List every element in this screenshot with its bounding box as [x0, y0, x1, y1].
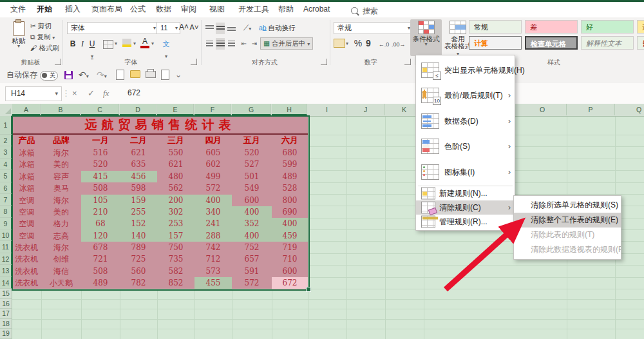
- table-cell-r7c3[interactable]: 105: [81, 195, 120, 206]
- table-cell-r3c5[interactable]: 550: [157, 147, 194, 159]
- enter-icon[interactable]: ✓: [88, 86, 95, 100]
- table-cell-r13c5[interactable]: 582: [157, 266, 194, 277]
- percent-style-button[interactable]: %: [353, 37, 363, 49]
- column-header-P[interactable]: P: [567, 104, 615, 115]
- table-cell-r10c8[interactable]: 459: [272, 230, 308, 242]
- column-header-O[interactable]: O: [518, 104, 567, 115]
- align-top-button[interactable]: [205, 23, 214, 34]
- font-dialog-launcher[interactable]: [191, 59, 197, 65]
- table-cell-r8c1[interactable]: 空调: [12, 206, 41, 218]
- accounting-format-button[interactable]: [334, 39, 345, 48]
- table-cell-r9c5[interactable]: 253: [157, 218, 194, 229]
- align-middle-button[interactable]: [216, 23, 225, 34]
- ribbon-tab-10[interactable]: 帮助: [277, 2, 295, 17]
- table-cell-r12c3[interactable]: 721: [81, 253, 120, 265]
- table-cell-r10c2[interactable]: 志高: [41, 230, 81, 242]
- table-cell-r3c2[interactable]: 海尔: [41, 147, 81, 159]
- row-header-5[interactable]: 5: [0, 170, 12, 182]
- table-cell-r13c3[interactable]: 508: [81, 266, 120, 277]
- table-cell-r14c1[interactable]: 洗衣机: [12, 277, 41, 289]
- table-cell-r12c6[interactable]: 712: [194, 253, 232, 265]
- row-header-9[interactable]: 9: [0, 218, 12, 229]
- table-cell-r3c6[interactable]: 605: [194, 147, 232, 159]
- menu-item-2[interactable]: 10最前/最后规则(T)›: [416, 83, 515, 109]
- align-right-button[interactable]: [227, 38, 236, 50]
- autosave-toggle[interactable]: 关: [40, 71, 58, 81]
- accounting-dropdown[interactable]: ▾: [346, 42, 348, 46]
- row-header-4[interactable]: 4: [0, 159, 12, 170]
- row-header-6[interactable]: 6: [0, 182, 12, 194]
- bold-button[interactable]: B: [68, 38, 77, 50]
- align-left-button[interactable]: [205, 38, 214, 50]
- table-cell-r11c1[interactable]: 洗衣机: [12, 242, 41, 253]
- cancel-icon[interactable]: ×: [72, 86, 77, 100]
- table-cell-r10c4[interactable]: 140: [120, 230, 157, 242]
- fill-color-dropdown[interactable]: ▾: [133, 42, 136, 46]
- row-header-10[interactable]: 10: [0, 229, 12, 241]
- column-header-H[interactable]: H: [272, 104, 307, 115]
- table-cell-r8c6[interactable]: 340: [194, 206, 232, 218]
- decrease-decimal-button[interactable]: .00→: [392, 39, 404, 50]
- cell-style-warning[interactable]: 警告文本: [637, 36, 644, 50]
- table-cell-r9c4[interactable]: 152: [120, 218, 157, 229]
- format-painter-button[interactable]: 🖌 格式刷: [30, 43, 59, 53]
- insert-function-icon[interactable]: fx: [103, 86, 109, 100]
- table-cell-r7c4[interactable]: 159: [120, 195, 157, 206]
- table-cell-r5c1[interactable]: 冰箱: [12, 171, 41, 182]
- menu-item-4[interactable]: 色阶(S)›: [416, 134, 515, 160]
- menu-item-5[interactable]: 图标集(I)›: [416, 159, 515, 185]
- undo-button[interactable]: ↶▾: [79, 69, 89, 81]
- fill-color-button[interactable]: [122, 39, 131, 47]
- menu-item-1[interactable]: ≤突出显示单元格规则(H)›: [416, 57, 515, 83]
- table-cell-r4c2[interactable]: 美的: [41, 159, 81, 170]
- table-cell-r9c6[interactable]: 241: [194, 218, 232, 229]
- column-header-E[interactable]: E: [157, 104, 194, 115]
- cell-style-explain[interactable]: 解释性文本: [581, 36, 634, 50]
- table-cell-r10c6[interactable]: 288: [194, 230, 232, 242]
- sales-table[interactable]: 远航贸易销售统计表 产品品牌一月二月三月四月五月六月冰箱海尔5166215506…: [12, 116, 308, 289]
- column-header-B[interactable]: B: [41, 104, 80, 115]
- merge-center-button[interactable]: ▦ 合并后居中 ▾: [260, 37, 313, 50]
- shrink-font-button[interactable]: A˅: [189, 21, 199, 33]
- table-cell-r3c1[interactable]: 冰箱: [12, 147, 41, 159]
- comma-style-button[interactable]: 9: [365, 37, 372, 49]
- increase-indent-button[interactable]: ⇥: [250, 38, 259, 50]
- table-cell-r6c8[interactable]: 528: [272, 182, 308, 194]
- table-cell-r3c8[interactable]: 680: [272, 147, 308, 159]
- table-cell-r13c7[interactable]: 591: [232, 266, 272, 277]
- open-file-button[interactable]: [130, 68, 140, 80]
- wrap-text-button[interactable]: ab̲ 自动换行: [259, 23, 296, 33]
- row-header-11[interactable]: 11: [0, 241, 12, 253]
- table-cell-r10c7[interactable]: 400: [232, 230, 272, 242]
- column-header-G[interactable]: G: [232, 104, 271, 115]
- table-cell-r10c1[interactable]: 空调: [12, 230, 41, 242]
- table-cell-r8c7[interactable]: 400: [232, 206, 272, 218]
- ribbon-tab-4[interactable]: 页面布局: [90, 2, 124, 17]
- table-cell-r9c8[interactable]: 400: [272, 218, 308, 229]
- save-button[interactable]: [64, 71, 73, 82]
- increase-decimal-button[interactable]: ←.0: [377, 39, 390, 50]
- table-cell-r5c5[interactable]: 480: [157, 171, 194, 182]
- table-cell-r5c3[interactable]: 415: [81, 171, 120, 182]
- cut-button[interactable]: ✂ 剪切: [30, 21, 52, 31]
- row-header-12[interactable]: 12: [0, 253, 12, 265]
- table-cell-r6c2[interactable]: 奥马: [41, 182, 81, 194]
- alignment-dialog-launcher[interactable]: [321, 59, 327, 65]
- table-cell-r8c8[interactable]: 690: [272, 206, 308, 218]
- phonetic-button[interactable]: 文 ▾: [161, 38, 171, 50]
- table-cell-r7c1[interactable]: 空调: [12, 195, 41, 206]
- ribbon-tab-1[interactable]: 文件: [9, 2, 27, 17]
- formula-bar-value[interactable]: 672: [128, 86, 140, 100]
- table-cell-r11c4[interactable]: 789: [120, 242, 157, 253]
- table-cell-r14c2[interactable]: 小天鹅: [41, 277, 81, 289]
- table-cell-r8c5[interactable]: 302: [157, 206, 194, 218]
- table-cell-r7c8[interactable]: 800: [272, 195, 308, 206]
- table-cell-r11c3[interactable]: 678: [81, 242, 120, 253]
- column-header-Q[interactable]: Q: [615, 104, 644, 115]
- ribbon-tab-3[interactable]: 插入: [64, 2, 82, 17]
- font-size-combo[interactable]: 11▾: [156, 22, 180, 34]
- orientation-button[interactable]: ⟋▾: [241, 22, 254, 34]
- cell-style-neutral[interactable]: 适中: [637, 20, 644, 34]
- table-cell-r12c8[interactable]: 710: [272, 253, 308, 265]
- copy-button[interactable]: ⧉ 复制 ▾: [30, 32, 55, 42]
